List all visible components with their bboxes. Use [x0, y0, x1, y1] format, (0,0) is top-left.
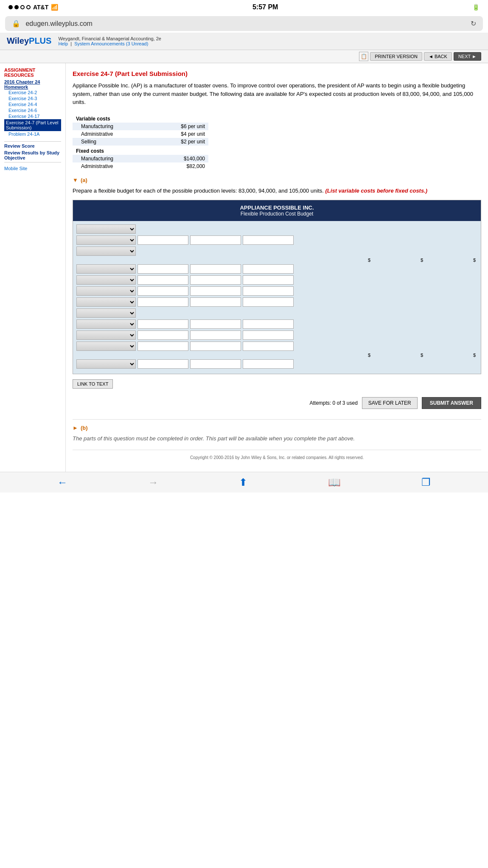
sidebar-item-exercise-24-17[interactable]: Exericse 24-17 — [4, 113, 61, 119]
budget-row-5 — [76, 275, 477, 285]
link-to-text-button[interactable]: LINK TO TEXT — [73, 379, 113, 389]
sidebar-item-exercise-24-4[interactable]: Exercise 24-4 — [4, 101, 61, 107]
budget-select-10[interactable] — [76, 330, 136, 340]
sidebar-item-problem-24-1a[interactable]: Problem 24-1A — [4, 131, 61, 137]
dropdown-cell-10[interactable] — [76, 330, 136, 340]
sidebar-chapter-section: 2016 Chapter 24 Homework Exercise 24-2 E… — [4, 79, 61, 137]
budget-input-4c[interactable] — [243, 264, 294, 274]
dropdown-cell-8[interactable] — [76, 308, 136, 318]
wiley-logo: WileyPLUS — [7, 36, 51, 46]
budget-input-7b[interactable] — [190, 297, 241, 307]
url-bar[interactable]: 🔒 edugen.wileyplus.com ↻ — [5, 16, 483, 31]
assignment-resources-title: ASSIGNMENT RESOURCES — [4, 67, 61, 78]
budget-input-12b[interactable] — [190, 359, 241, 369]
next-button[interactable]: NEXT ► — [454, 52, 481, 61]
tools-icon[interactable]: 📋 — [359, 52, 368, 61]
dropdown-cell-11[interactable] — [76, 342, 136, 351]
budget-select-7[interactable] — [76, 297, 136, 307]
budget-row-2 — [76, 235, 477, 245]
share-button[interactable]: ⬆︎ — [239, 476, 247, 488]
dropdown-cell-1[interactable] — [76, 224, 136, 234]
budget-input-10c[interactable] — [243, 330, 294, 340]
submit-answer-button[interactable]: SUBMIT ANSWER — [422, 397, 481, 409]
back-button[interactable]: ◄ BACK — [424, 52, 452, 61]
budget-input-11a[interactable] — [137, 342, 188, 351]
budget-input-9b[interactable] — [190, 319, 241, 329]
budget-input-12c[interactable] — [243, 359, 294, 369]
budget-input-6c[interactable] — [243, 286, 294, 296]
dropdown-cell-7[interactable] — [76, 297, 136, 307]
review-score-link[interactable]: Review Score — [4, 143, 61, 148]
budget-input-4a[interactable] — [137, 264, 188, 274]
dropdown-cell-2[interactable] — [76, 235, 136, 245]
tabs-button[interactable]: ❐ — [421, 476, 431, 488]
printer-version-button[interactable]: PRINTER VERSION — [370, 52, 422, 61]
budget-select-6[interactable] — [76, 286, 136, 296]
forward-nav-button[interactable]: → — [148, 476, 158, 488]
budget-input-12a[interactable] — [137, 359, 188, 369]
manufacturing-fixed-label: Manufacturing — [73, 155, 152, 162]
budget-container: APPLIANCE POSSIBLE INC. Flexible Product… — [73, 200, 481, 374]
administrative-fixed-value: $82,000 — [152, 162, 208, 170]
dropdown-cell-9[interactable] — [76, 319, 136, 329]
budget-row-11 — [76, 342, 477, 351]
budget-select-3[interactable] — [76, 246, 136, 256]
chapter-label[interactable]: 2016 Chapter 24 — [4, 79, 61, 84]
header-info: Weygandt, Financial & Managerial Account… — [58, 36, 161, 46]
budget-select-1[interactable] — [76, 224, 136, 234]
bookmarks-button[interactable]: 📖 — [328, 476, 341, 488]
budget-input-2a[interactable] — [137, 235, 188, 245]
dropdown-cell-3[interactable] — [76, 246, 136, 256]
budget-subtitle: Flexible Production Cost Budget — [77, 211, 477, 217]
sidebar-item-exercise-24-7[interactable]: Exercise 24-7 (Part Level Submission) — [4, 119, 61, 131]
budget-select-12[interactable] — [76, 359, 136, 369]
budget-input-5b[interactable] — [190, 275, 241, 285]
dropdown-cell-4[interactable] — [76, 264, 136, 274]
budget-select-11[interactable] — [76, 342, 136, 351]
budget-input-6b[interactable] — [190, 286, 241, 296]
budget-input-7a[interactable] — [137, 297, 188, 307]
save-for-later-button[interactable]: SAVE FOR LATER — [362, 397, 418, 409]
budget-input-11b[interactable] — [190, 342, 241, 351]
dropdown-cell-12[interactable] — [76, 359, 136, 369]
budget-input-5a[interactable] — [137, 275, 188, 285]
budget-input-6a[interactable] — [137, 286, 188, 296]
budget-input-9a[interactable] — [137, 319, 188, 329]
variable-costs-header: Variable costs — [73, 113, 208, 123]
signal-dot-4 — [26, 5, 31, 9]
budget-input-2b[interactable] — [190, 235, 241, 245]
budget-input-10a[interactable] — [137, 330, 188, 340]
budget-select-5[interactable] — [76, 275, 136, 285]
header-links: Help | System Announcements (3 Unread) — [58, 41, 161, 46]
budget-title: APPLIANCE POSSIBLE INC. — [77, 204, 477, 211]
budget-input-9c[interactable] — [243, 319, 294, 329]
back-nav-button[interactable]: ← — [57, 476, 67, 488]
budget-select-4[interactable] — [76, 264, 136, 274]
help-link[interactable]: Help — [58, 41, 68, 46]
budget-input-10b[interactable] — [190, 330, 241, 340]
sidebar-item-exercise-24-2[interactable]: Exercise 24-2 — [4, 90, 61, 95]
part-b-arrow-icon: ► — [73, 425, 78, 431]
mobile-site-link[interactable]: Mobile Site — [4, 166, 61, 171]
part-b-label: (b) — [81, 425, 88, 431]
announcements-link[interactable]: System Announcements (3 Unread) — [74, 41, 148, 46]
sidebar-item-exercise-24-3[interactable]: Exercise 24-3 — [4, 95, 61, 101]
cost-table: Variable costs Manufacturing $6 per unit… — [73, 113, 208, 170]
dropdown-cell-6[interactable] — [76, 286, 136, 296]
budget-input-5c[interactable] — [243, 275, 294, 285]
budget-input-11c[interactable] — [243, 342, 294, 351]
budget-select-2[interactable] — [76, 235, 136, 245]
review-results-link[interactable]: Review Results by Study Objective — [4, 150, 61, 160]
homework-label[interactable]: Homework — [4, 84, 61, 90]
budget-select-9[interactable] — [76, 319, 136, 329]
selling-variable-value: $2 per unit — [152, 138, 208, 146]
dropdown-cell-5[interactable] — [76, 275, 136, 285]
budget-input-2c[interactable] — [243, 235, 294, 245]
part-a-text: Prepare a flexible budget for each of th… — [73, 188, 325, 194]
budget-select-8[interactable] — [76, 308, 136, 318]
sidebar-item-exercise-24-6[interactable]: Exercise 24-6 — [4, 107, 61, 113]
budget-input-4b[interactable] — [190, 264, 241, 274]
manufacturing-variable-label: Manufacturing — [73, 123, 152, 130]
refresh-icon[interactable]: ↻ — [471, 20, 476, 28]
budget-input-7c[interactable] — [243, 297, 294, 307]
